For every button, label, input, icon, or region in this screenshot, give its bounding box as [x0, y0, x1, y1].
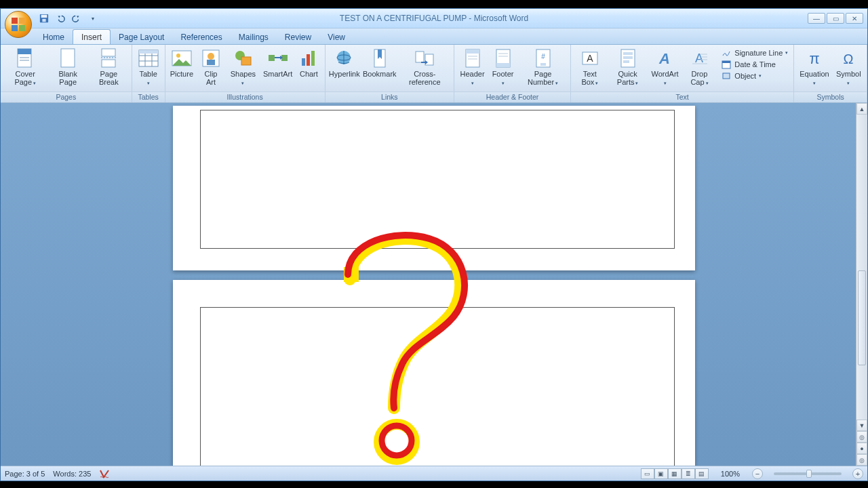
tab-mailings[interactable]: Mailings	[231, 30, 277, 44]
group-label-pages: Pages	[1, 92, 132, 102]
chart-button[interactable]: Chart	[296, 46, 321, 80]
previous-page-button[interactable]: ◎	[856, 431, 867, 443]
svg-text:A: A	[695, 52, 703, 65]
undo-button[interactable]	[54, 12, 67, 25]
page-content-frame	[200, 307, 675, 466]
bookmark-button[interactable]: Bookmark	[362, 46, 397, 80]
svg-rect-7	[61, 49, 75, 67]
svg-rect-2	[42, 19, 45, 22]
page-number-button[interactable]: # Page Number ▾	[518, 46, 568, 87]
scroll-down-button[interactable]: ▼	[856, 420, 867, 431]
view-outline[interactable]: ≣	[682, 468, 695, 479]
svg-text:A: A	[658, 50, 670, 67]
svg-rect-50	[623, 56, 633, 59]
picture-button[interactable]: Picture	[168, 46, 196, 80]
symbol-button[interactable]: Ω Symbol ▾	[833, 46, 864, 87]
footer-icon	[494, 48, 512, 68]
shapes-icon	[233, 49, 252, 68]
smartart-button[interactable]: SmartArt	[261, 46, 294, 80]
svg-text:A: A	[587, 53, 593, 64]
zoom-value[interactable]: 100%	[721, 470, 740, 478]
close-button[interactable]: ✕	[846, 13, 863, 24]
view-draft[interactable]: ▤	[695, 468, 709, 479]
date-time-button[interactable]: Date & Time	[721, 59, 788, 70]
table-button[interactable]: Table ▾	[135, 46, 162, 87]
svg-rect-33	[416, 52, 424, 62]
svg-rect-21	[207, 60, 215, 65]
equation-label: Equation ▾	[800, 70, 829, 86]
drop-cap-label: Drop Cap ▾	[685, 70, 715, 86]
ribbon-tabs: Home Insert Page Layout References Maili…	[1, 28, 867, 45]
hyperlink-label: Hyperlink	[329, 70, 360, 79]
zoom-slider-thumb[interactable]	[806, 470, 812, 478]
text-box-button[interactable]: A Text Box ▾	[574, 46, 606, 87]
object-button[interactable]: Object▾	[721, 70, 788, 81]
cover-page-button[interactable]: Cover Page ▾	[3, 46, 47, 87]
word-window: ▼ TEST ON A CENTRIFUGAL PUMP - Microsoft…	[0, 8, 868, 481]
office-button[interactable]	[5, 11, 32, 38]
cover-page-icon	[16, 48, 35, 68]
undo-icon	[56, 14, 65, 23]
document-page	[173, 106, 695, 270]
scroll-up-button[interactable]: ▲	[856, 103, 867, 115]
scroll-thumb[interactable]	[858, 270, 866, 365]
proofing-icon[interactable]	[99, 469, 110, 479]
object-icon	[721, 70, 732, 81]
cross-reference-button[interactable]: Cross-reference	[399, 46, 451, 87]
qat-customize[interactable]: ▼	[86, 12, 100, 25]
shapes-button[interactable]: Shapes ▾	[226, 46, 260, 87]
redo-button[interactable]	[70, 12, 83, 25]
save-icon	[39, 14, 49, 23]
svg-rect-23	[241, 57, 251, 65]
tab-page-layout[interactable]: Page Layout	[111, 30, 172, 44]
svg-rect-16	[139, 50, 158, 54]
view-full-screen[interactable]: ▣	[654, 468, 668, 479]
zoom-slider[interactable]	[774, 472, 842, 475]
tab-home[interactable]: Home	[35, 30, 73, 44]
header-label: Header ▾	[460, 70, 485, 86]
cover-page-label: Cover Page ▾	[6, 70, 44, 86]
wordart-button[interactable]: A WordArt ▾	[650, 46, 681, 87]
footer-button[interactable]: Footer ▾	[489, 46, 517, 87]
scroll-track[interactable]	[856, 115, 867, 420]
browse-object-button[interactable]: ●	[856, 443, 867, 454]
maximize-button[interactable]: ▭	[827, 13, 844, 24]
drop-cap-button[interactable]: A Drop Cap ▾	[682, 46, 717, 87]
view-print-layout[interactable]: ▭	[641, 468, 654, 479]
group-symbols: π Equation ▾ Ω Symbol ▾ Symbols	[794, 45, 867, 102]
blank-page-button[interactable]: Blank Page	[48, 46, 87, 87]
minimize-button[interactable]: —	[808, 13, 825, 24]
svg-text:π: π	[809, 50, 819, 67]
status-page[interactable]: Page: 3 of 5	[5, 470, 45, 478]
tab-view[interactable]: View	[319, 30, 353, 44]
clip-art-button[interactable]: Clip Art	[197, 46, 225, 87]
picture-icon	[172, 49, 192, 68]
equation-button[interactable]: π Equation ▾	[797, 46, 831, 87]
svg-rect-45	[540, 63, 546, 66]
quick-parts-button[interactable]: Quick Parts ▾	[608, 46, 648, 87]
zoom-out-button[interactable]: −	[752, 468, 763, 479]
tab-insert[interactable]: Insert	[73, 29, 111, 44]
page-break-button[interactable]: Page Break	[89, 46, 129, 87]
hyperlink-button[interactable]: Hyperlink	[328, 46, 361, 80]
status-bar: Page: 3 of 5 Words: 235 ▭ ▣ ▦ ≣ ▤ 100% −…	[1, 466, 867, 481]
document-area[interactable]: ▲ ▼ ◎ ● ◎	[1, 103, 867, 466]
signature-line-button[interactable]: Signature Line▾	[721, 47, 788, 58]
svg-rect-25	[281, 55, 288, 61]
vertical-scrollbar[interactable]: ▲ ▼ ◎ ● ◎	[856, 103, 867, 466]
tab-references[interactable]: References	[172, 30, 230, 44]
group-label-header-footer: Header & Footer	[454, 92, 570, 102]
svg-rect-51	[623, 60, 629, 63]
titlebar: ▼ TEST ON A CENTRIFUGAL PUMP - Microsoft…	[1, 9, 867, 28]
svg-rect-59	[722, 61, 730, 63]
save-button[interactable]	[37, 12, 51, 25]
header-button[interactable]: Header ▾	[457, 46, 488, 87]
next-page-button[interactable]: ◎	[856, 454, 867, 466]
tab-review[interactable]: Review	[277, 30, 319, 44]
quick-access-toolbar: ▼	[37, 12, 100, 25]
group-illustrations: Picture Clip Art Shapes ▾ SmartArt	[165, 45, 326, 102]
view-web-layout[interactable]: ▦	[668, 468, 682, 479]
status-words[interactable]: Words: 235	[53, 470, 91, 478]
page-break-icon	[100, 48, 117, 68]
zoom-in-button[interactable]: +	[852, 468, 863, 479]
